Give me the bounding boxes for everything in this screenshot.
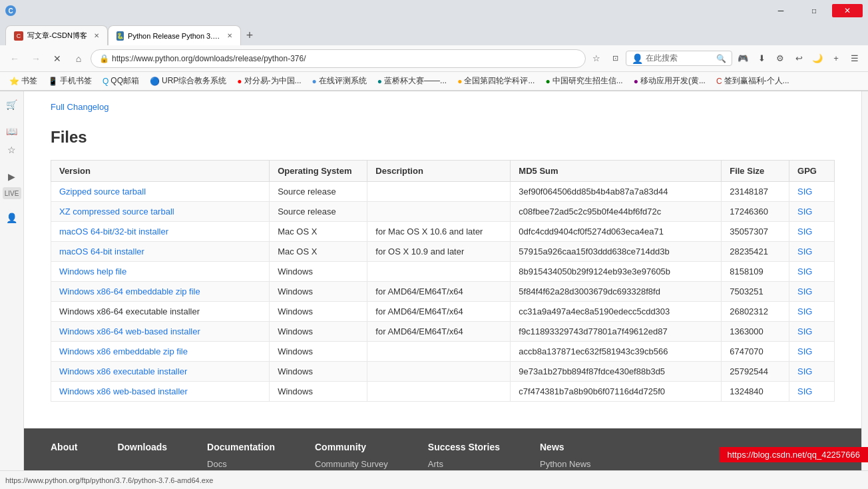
menu-icon[interactable]: ☰ xyxy=(847,51,863,67)
cell-version-0: Gzipped source tarball xyxy=(51,182,270,202)
version-link-0[interactable]: Gzipped source tarball xyxy=(59,187,146,197)
cell-version-7: Windows x86-64 web-based installer xyxy=(51,322,270,342)
tab-python[interactable]: 🐍 Python Release Python 3.7.6 | Py... ✕ xyxy=(108,25,241,45)
footer-columns: About Downloads Documentation Docs Commu… xyxy=(51,442,835,469)
new-tab-icon[interactable]: + xyxy=(828,51,844,67)
cast-icon[interactable]: ⊡ xyxy=(607,51,623,67)
bookmark-label-1: 手机书签 xyxy=(60,75,92,87)
tab-close-python[interactable]: ✕ xyxy=(227,32,232,39)
bookmark-label-0: 书签 xyxy=(21,75,37,87)
settings-icon[interactable]: ⚙ xyxy=(772,51,788,67)
sidebar-live-icon[interactable]: LIVE xyxy=(3,187,21,199)
changelog-link[interactable]: Full Changelog xyxy=(51,102,835,112)
bookmark-item-5[interactable]: ● 在线评测系统 xyxy=(308,74,371,88)
tab-icon-python: 🐍 xyxy=(116,31,124,41)
sig-link-1[interactable]: SIG xyxy=(797,207,812,217)
address-bar[interactable]: 🔒 https://www.python.org/downloads/relea… xyxy=(91,49,586,68)
maximize-btn[interactable]: □ xyxy=(799,4,829,17)
version-link-3[interactable]: macOS 64-bit installer xyxy=(59,246,144,256)
sidebar-book-icon[interactable]: 📖 xyxy=(4,123,20,139)
bookmark-item-0[interactable]: ⭐ 书签 xyxy=(5,74,41,88)
bookmark-item-4[interactable]: ● 对分易-为中国... xyxy=(233,74,305,88)
bookmark-star[interactable]: ☆ xyxy=(588,51,604,67)
bookmark-label-6: 蓝桥杯大赛——... xyxy=(384,75,447,87)
version-link-2[interactable]: macOS 64-bit/32-bit installer xyxy=(59,227,168,237)
tab-csdn[interactable]: C 写文章-CSDN博客 ✕ xyxy=(5,25,108,45)
tab-close-csdn[interactable]: ✕ xyxy=(94,32,99,39)
footer-arts-link[interactable]: Arts xyxy=(428,459,500,469)
forward-button[interactable]: → xyxy=(27,49,45,68)
version-link-8[interactable]: Windows x86 embeddable zip file xyxy=(59,346,188,356)
sig-link-9[interactable]: SIG xyxy=(797,366,812,376)
table-row: Windows x86 embeddable zip fileWindowsac… xyxy=(51,342,835,362)
close-btn[interactable]: ✕ xyxy=(832,4,863,17)
download-icon[interactable]: ⬇ xyxy=(754,51,769,67)
cell-gpg-5: SIG xyxy=(789,282,835,302)
scrollbar[interactable] xyxy=(861,91,868,489)
sig-link-4[interactable]: SIG xyxy=(797,266,812,276)
bookmark-item-3[interactable]: 🔵 URP综合教务系统 xyxy=(146,74,230,88)
cell-size-10: 1324840 xyxy=(722,382,789,402)
sig-link-10[interactable]: SIG xyxy=(797,386,812,396)
sig-link-7[interactable]: SIG xyxy=(797,326,812,336)
cell-desc-5: for AMD64/EM64T/x64 xyxy=(367,282,511,302)
version-link-9[interactable]: Windows x86 executable installer xyxy=(59,366,187,376)
sig-link-8[interactable]: SIG xyxy=(797,346,812,356)
back-button[interactable]: ← xyxy=(5,49,24,68)
version-link-5[interactable]: Windows x86-64 embeddable zip file xyxy=(59,286,200,296)
extensions-icon[interactable]: 🎮 xyxy=(735,51,751,67)
footer-community-link[interactable]: Community Survey xyxy=(315,459,388,469)
avatar-icon: 👤 xyxy=(632,53,643,64)
cell-md5-4: 8b915434050b29f9124eb93e3e97605b xyxy=(511,262,722,282)
bookmark-blue-icon: ● xyxy=(312,77,317,86)
version-link-10[interactable]: Windows x86 web-based installer xyxy=(59,386,188,396)
cell-version-8: Windows x86 embeddable zip file xyxy=(51,342,270,362)
sidebar-shopping-icon[interactable]: 🛒 xyxy=(4,97,20,113)
sidebar-video-icon[interactable]: ▶ xyxy=(4,169,20,185)
history-icon[interactable]: ↩ xyxy=(791,51,807,67)
bookmark-item-7[interactable]: ● 全国第四轮学科评... xyxy=(453,74,539,88)
footer-col-news: News Python News xyxy=(540,442,591,469)
bookmark-phone-icon: 📱 xyxy=(48,77,58,86)
version-link-7[interactable]: Windows x86-64 web-based installer xyxy=(59,326,200,336)
status-bar: https://www.python.org/ftp/python/3.7.6/… xyxy=(0,470,868,489)
sig-link-5[interactable]: SIG xyxy=(797,286,812,296)
footer-about-title: About xyxy=(51,442,77,452)
cell-md5-1: c08fbee72ad5c2c95b0f4e44bf6fd72c xyxy=(511,202,722,222)
bookmark-item-8[interactable]: ● 中国研究生招生信... xyxy=(541,74,626,88)
bookmark-item-6[interactable]: ● 蓝桥杯大赛——... xyxy=(373,74,451,88)
cell-desc-0 xyxy=(367,182,511,202)
bookmark-urp-icon: 🔵 xyxy=(150,77,160,86)
bookmark-item-10[interactable]: C 签到赢福利-个人... xyxy=(712,74,793,88)
cell-os-10: Windows xyxy=(270,382,367,402)
sig-link-3[interactable]: SIG xyxy=(797,246,812,256)
bookmark-item-9[interactable]: ● 移动应用开发(黄... xyxy=(630,74,710,88)
cell-size-9: 25792544 xyxy=(722,362,789,382)
sig-link-6[interactable]: SIG xyxy=(797,306,812,316)
cell-size-5: 7503251 xyxy=(722,282,789,302)
minimize-btn[interactable]: ─ xyxy=(765,4,796,17)
sig-link-0[interactable]: SIG xyxy=(797,187,812,197)
cell-os-0: Source release xyxy=(270,182,367,202)
footer-docs-link[interactable]: Docs xyxy=(207,459,275,469)
footer-news-link[interactable]: Python News xyxy=(540,459,591,469)
sig-link-2[interactable]: SIG xyxy=(797,227,812,237)
bookmark-label-7: 全国第四轮学科评... xyxy=(464,75,535,87)
home-button[interactable]: ⌂ xyxy=(69,49,88,68)
sidebar-star-icon[interactable]: ☆ xyxy=(4,142,20,158)
th-desc: Description xyxy=(367,161,511,182)
bookmark-item-2[interactable]: Q QQ邮箱 xyxy=(99,74,143,88)
version-link-1[interactable]: XZ compressed source tarball xyxy=(59,207,174,217)
main-layout: 🛒 📖 ☆ ▶ LIVE 👤 Full Changelog Files Vers… xyxy=(0,91,868,489)
darkmode-icon[interactable]: 🌙 xyxy=(809,51,825,67)
bookmark-item-1[interactable]: 📱 手机书签 xyxy=(44,74,96,88)
sidebar: 🛒 📖 ☆ ▶ LIVE 👤 xyxy=(0,91,24,489)
cell-desc-9 xyxy=(367,362,511,382)
sidebar-avatar-icon[interactable]: 👤 xyxy=(4,210,20,226)
reload-button[interactable]: ✕ xyxy=(48,49,67,68)
new-tab-button[interactable]: + xyxy=(241,26,259,45)
cell-os-6: Windows xyxy=(270,302,367,322)
version-link-4[interactable]: Windows help file xyxy=(59,266,126,276)
cell-md5-3: 57915a926caa15f03ddd638ce714dd3b xyxy=(511,242,722,262)
search-box[interactable]: 👤 在此搜索 🔍 xyxy=(626,51,732,66)
